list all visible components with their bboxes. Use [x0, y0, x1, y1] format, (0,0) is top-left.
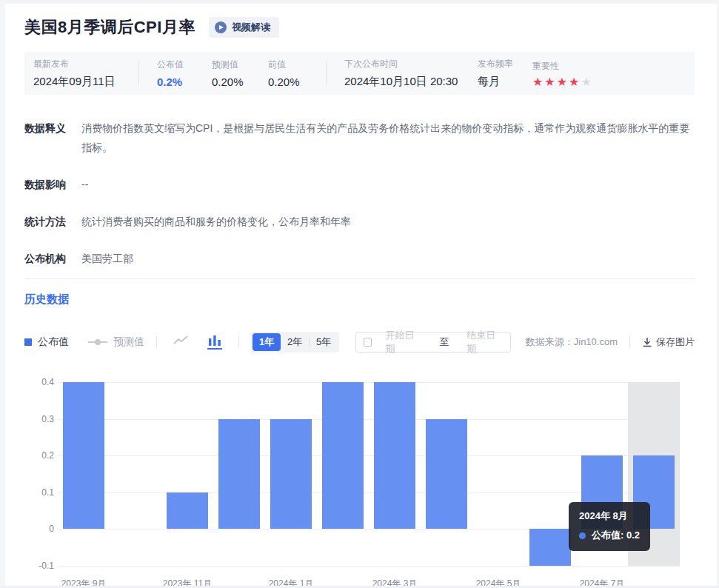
next-release-group: 下次公布时间 2024年10月10日 20:30: [344, 58, 466, 89]
importance-label: 重要性: [532, 60, 593, 73]
legend-published[interactable]: 公布值: [24, 335, 69, 349]
frequency-value: 每月: [478, 75, 519, 89]
latest-release-value: 2024年09月11日: [33, 75, 138, 89]
previous-value: 0.20%: [268, 76, 307, 88]
method-label: 统计方法: [24, 212, 72, 231]
definition-label: 数据释义: [24, 118, 72, 157]
line-chart-active-underline: [173, 348, 188, 350]
y-axis-label-0: 0: [24, 524, 54, 534]
stars-empty: ★: [581, 76, 592, 88]
gridline-0.3: [58, 419, 680, 420]
forecast-group: 预测值 0.20%: [212, 59, 250, 88]
bar-2023年 9月[interactable]: [63, 382, 104, 529]
previous-group: 前值 0.20%: [268, 59, 307, 88]
date-to-label: 至: [439, 335, 449, 349]
divider: [138, 61, 139, 86]
tooltip-series-dot: [579, 532, 586, 539]
line-chart-toggle[interactable]: [169, 335, 193, 350]
calendar-icon: [364, 338, 372, 347]
bar-2024年 2月[interactable]: [322, 382, 364, 529]
agency-label: 公布机构: [24, 249, 72, 268]
save-image-button[interactable]: 保存图片: [642, 335, 695, 349]
download-icon: [642, 337, 652, 347]
page-title: 美国8月季调后CPI月率: [24, 16, 195, 39]
main-content: 美国8月季调后CPI月率 视频解读 最新发布 2024年09月11日 公布值 0…: [0, 0, 719, 588]
line-chart-icon: [173, 335, 188, 346]
bar-chart-active-underline: [207, 348, 222, 350]
bar-2024年 6月[interactable]: [529, 529, 571, 566]
impact-row: 数据影响 --: [24, 175, 695, 194]
gridline-0.4: [58, 382, 680, 383]
gridline--0.1: [58, 566, 680, 567]
impact-label: 数据影响: [24, 175, 72, 194]
period-toggle-group: 1年 2年 5年: [251, 332, 339, 353]
video-badge-label: 视频解读: [232, 21, 270, 34]
header: 美国8月季调后CPI月率 视频解读: [24, 16, 695, 39]
end-date-input[interactable]: 结束日期: [466, 329, 503, 355]
bar-2024年 1月[interactable]: [270, 419, 312, 529]
bar-chart-icon: [208, 335, 221, 346]
history-data-link[interactable]: 历史数据: [24, 293, 695, 307]
save-image-label: 保存图片: [656, 335, 695, 349]
published-value: 0.2%: [157, 76, 191, 88]
forecast-value: 0.20%: [212, 76, 250, 88]
next-release-label: 下次公布时间: [344, 58, 466, 70]
published-group: 公布值 0.2%: [157, 59, 191, 88]
description-sections: 数据释义 消费物价指数英文缩写为CPI，是根据与居民生活有关的产品及劳务价格统计…: [24, 118, 695, 268]
latest-release-label: 最新发布: [33, 58, 138, 70]
agency-row: 公布机构 美国劳工部: [24, 249, 695, 268]
definition-row: 数据释义 消费物价指数英文缩写为CPI，是根据与居民生活有关的产品及劳务价格统计…: [24, 118, 695, 157]
previous-label: 前值: [268, 59, 307, 71]
chart-tooltip: 2024年 8月 公布值: 0.2: [569, 502, 650, 551]
info-bar: 最新发布 2024年09月11日 公布值 0.2% 预测值 0.20% 前值 0…: [24, 52, 695, 95]
y-axis-label-0.4: 0.4: [24, 377, 54, 387]
video-explain-button[interactable]: 视频解读: [209, 17, 279, 38]
method-row: 统计方法 统计消费者购买的商品和服务的价格变化，公布月率和年率: [24, 212, 695, 231]
legend-published-label: 公布值: [38, 335, 69, 349]
tooltip-row: 公布值: 0.2: [579, 529, 640, 542]
y-axis-label-0.1: 0.1: [24, 487, 54, 498]
play-icon: [215, 21, 227, 33]
page-edge-top: [0, 0, 719, 4]
divider: [629, 336, 630, 348]
forecast-label: 预测值: [212, 59, 250, 71]
y-axis-label-0.3: 0.3: [24, 414, 54, 424]
importance-stars: ★★★★★: [532, 77, 593, 87]
y-axis-label-0.2: 0.2: [24, 450, 54, 461]
chart-controls: 公布值 预测值 1年 2年: [24, 332, 695, 353]
date-range-picker[interactable]: 开始日期 至 结束日期: [355, 332, 511, 353]
period-2y-button[interactable]: 2年: [281, 333, 309, 351]
history-chart: 2024年 8月 公布值: 0.2 2023年 9月2023年 11月2024年…: [24, 382, 695, 588]
legend-forecast-swatch: [88, 338, 107, 346]
plot-area: 2024年 8月 公布值: 0.2 2023年 9月2023年 11月2024年…: [58, 382, 680, 566]
definition-text: 消费物价指数英文缩写为CPI，是根据与居民生活有关的产品及劳务价格统计出来的物价…: [81, 118, 695, 157]
legend-forecast[interactable]: 预测值: [88, 335, 144, 349]
frequency-label: 发布频率: [478, 58, 519, 70]
tooltip-value: 公布值: 0.2: [592, 529, 640, 542]
period-1y-button[interactable]: 1年: [253, 333, 281, 351]
importance-group: 重要性 ★★★★★: [532, 60, 593, 87]
latest-release-group: 最新发布 2024年09月11日: [33, 58, 138, 89]
stars-filled: ★★★★: [532, 76, 581, 88]
bar-2023年 12月[interactable]: [218, 419, 260, 529]
bar-2024年 4月[interactable]: [426, 419, 467, 529]
frequency-group: 发布频率 每月: [478, 58, 519, 89]
bar-2023年 11月[interactable]: [167, 492, 208, 529]
period-5y-button[interactable]: 5年: [310, 333, 338, 351]
next-release-value: 2024年10月10日 20:30: [344, 75, 466, 89]
divider: [238, 336, 239, 348]
divider: [156, 336, 157, 348]
bar-2024年 3月[interactable]: [374, 382, 415, 529]
legend-published-swatch: [24, 338, 32, 346]
data-source-label: 数据来源：Jin10.com: [526, 335, 618, 349]
tooltip-title: 2024年 8月: [579, 510, 640, 523]
start-date-input[interactable]: 开始日期: [385, 329, 421, 355]
section-divider: [24, 278, 695, 279]
source-area: 数据来源：Jin10.com 保存图片: [526, 335, 695, 349]
published-label: 公布值: [157, 59, 191, 71]
divider: [326, 61, 327, 86]
bar-chart-toggle[interactable]: [203, 335, 227, 350]
impact-text: --: [81, 175, 88, 194]
y-axis-label--0.1: -0.1: [24, 561, 54, 571]
legend-forecast-label: 预测值: [113, 335, 144, 349]
